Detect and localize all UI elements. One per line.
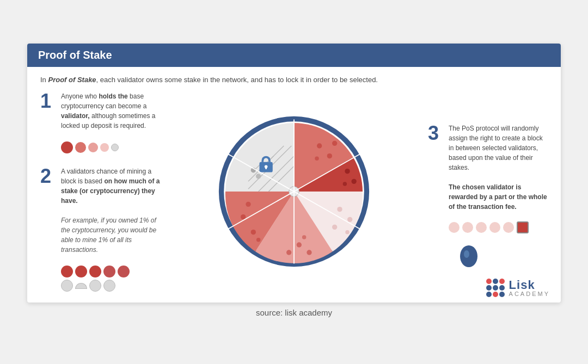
lisk-icon <box>486 279 505 297</box>
rc4 <box>489 222 500 233</box>
point-1-text: Anyone who holds the base cryptocurrency… <box>61 91 160 131</box>
svg-point-12 <box>345 230 349 234</box>
lisk-dot-9 <box>499 292 505 297</box>
svg-point-2 <box>317 143 322 148</box>
point-1: 1 Anyone who holds the base cryptocurren… <box>40 91 160 131</box>
lisk-dot-4 <box>486 285 492 291</box>
right-point-3: 3 The PoS protocol will randomly assign … <box>428 124 548 212</box>
point-3-bold: The chosen validator is rewarded by a pa… <box>449 183 547 211</box>
c2b <box>75 266 87 277</box>
svg-rect-30 <box>265 166 267 169</box>
svg-point-9 <box>337 207 342 212</box>
lisk-dot-5 <box>493 285 498 291</box>
lisk-name: Lisk <box>509 279 550 291</box>
svg-point-11 <box>332 225 337 230</box>
lisk-dot-7 <box>486 292 492 297</box>
svg-point-3 <box>327 153 332 158</box>
svg-point-6 <box>345 169 350 174</box>
svg-point-8 <box>343 182 347 186</box>
svg-point-14 <box>307 250 311 255</box>
point-2-number: 2 <box>40 166 56 186</box>
token-svg <box>458 244 480 269</box>
svg-point-40 <box>464 250 469 258</box>
rc5 <box>503 222 514 233</box>
center-pie <box>218 115 370 268</box>
point-2: 2 A validators chance of mining a block … <box>40 166 160 255</box>
lisk-text: Lisk ACADEMY <box>509 279 550 297</box>
card-header: Proof of Stake <box>27 44 561 67</box>
point-2-circles-row1 <box>61 266 160 277</box>
svg-point-19 <box>246 202 250 207</box>
point-1-circles <box>61 141 160 153</box>
card-body: In Proof of Stake, each validator owns s… <box>27 67 561 303</box>
svg-point-15 <box>286 250 291 255</box>
point-3-text: The PoS protocol will randomly assign th… <box>449 124 548 212</box>
c2a <box>61 266 73 277</box>
lisk-dot-3 <box>499 279 505 284</box>
svg-point-16 <box>302 235 306 239</box>
lisk-dot-6 <box>499 285 505 291</box>
svg-point-13 <box>297 242 302 247</box>
c2g <box>75 283 87 289</box>
subtitle: In Proof of Stake, each validator owns s… <box>40 76 548 84</box>
c2d <box>103 266 115 277</box>
lisk-dot-1 <box>486 279 492 284</box>
card-title: Proof of Stake <box>38 49 550 61</box>
source-text: source: lisk academy <box>256 308 332 320</box>
svg-point-5 <box>315 157 318 161</box>
right-panel: 3 The PoS protocol will randomly assign … <box>428 113 548 271</box>
rc1 <box>449 222 460 233</box>
lisk-dot-2 <box>493 279 498 284</box>
c2h <box>89 280 101 292</box>
circle-1e <box>111 144 119 151</box>
content-area: 1 Anyone who holds the base cryptocurren… <box>40 91 548 292</box>
c2i <box>103 280 115 292</box>
reward-circles <box>449 221 548 233</box>
point-3-body: The PoS protocol will randomly assign th… <box>449 125 543 171</box>
point-2-circles <box>61 262 160 292</box>
page-wrapper: Proof of Stake In Proof of Stake, each v… <box>0 0 588 364</box>
svg-point-17 <box>251 230 256 235</box>
point-2-circles-row2 <box>61 280 160 292</box>
c2f <box>61 280 73 292</box>
point-3-number: 3 <box>428 124 443 143</box>
rc3 <box>476 222 487 233</box>
svg-point-20 <box>256 238 260 242</box>
svg-point-18 <box>241 214 246 219</box>
c2c <box>89 266 101 277</box>
main-card: Proof of Stake In Proof of Stake, each v… <box>27 44 561 303</box>
lisk-logo: Lisk ACADEMY <box>486 279 550 297</box>
rc-selected <box>517 221 529 233</box>
lisk-academy-label: ACADEMY <box>509 291 550 297</box>
pie-svg <box>218 115 370 268</box>
circle-1c <box>88 143 98 152</box>
rc2 <box>462 222 473 233</box>
subtitle-emphasis: Proof of Stake <box>48 76 96 84</box>
svg-point-10 <box>347 217 352 222</box>
circle-1a <box>61 141 73 153</box>
point-2-text: A validators chance of mining a block is… <box>61 166 160 255</box>
left-panel: 1 Anyone who holds the base cryptocurren… <box>40 91 160 292</box>
circle-1b <box>75 142 86 153</box>
point-1-number: 1 <box>40 91 56 111</box>
lisk-dot-8 <box>493 292 498 297</box>
svg-point-32 <box>256 174 261 178</box>
svg-point-4 <box>332 141 337 146</box>
svg-point-7 <box>351 179 356 184</box>
blue-token <box>458 244 548 271</box>
c2e <box>118 266 130 277</box>
circle-1d <box>100 143 109 152</box>
